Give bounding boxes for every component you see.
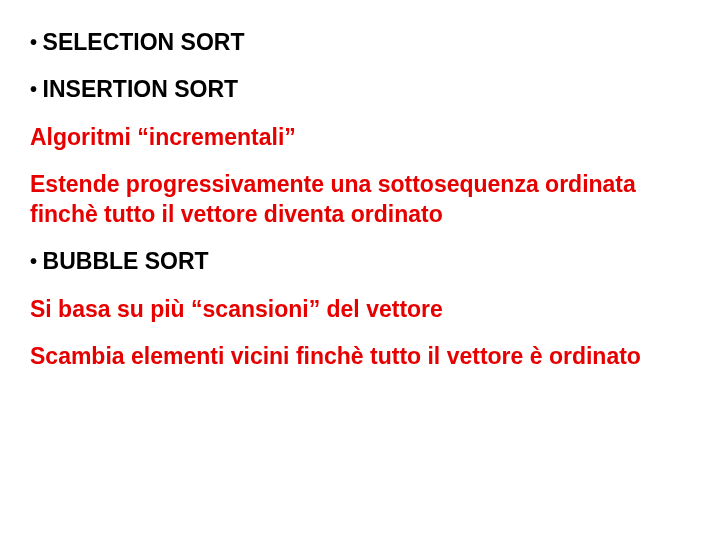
bullet-bubble-sort: • BUBBLE SORT — [30, 247, 690, 276]
text-scambia: Scambia elementi vicini finchè tutto il … — [30, 342, 690, 371]
bullet-selection-sort: • SELECTION SORT — [30, 28, 690, 57]
text-scansioni: Si basa su più “scansioni” del vettore — [30, 295, 690, 324]
bullet-insertion-sort: • INSERTION SORT — [30, 75, 690, 104]
bullet-dot-icon: • — [30, 78, 43, 100]
text-incrementali: Algoritmi “incrementali” — [30, 123, 690, 152]
bullet-dot-icon: • — [30, 250, 43, 272]
text-estende: Estende progressivamente una sottosequen… — [30, 170, 690, 229]
bullet-selection-label: SELECTION SORT — [43, 29, 245, 55]
bullet-dot-icon: • — [30, 31, 43, 53]
bullet-bubble-label: BUBBLE SORT — [43, 248, 209, 274]
slide-container: • SELECTION SORT • INSERTION SORT Algori… — [0, 0, 720, 540]
bullet-insertion-label: INSERTION SORT — [43, 76, 239, 102]
